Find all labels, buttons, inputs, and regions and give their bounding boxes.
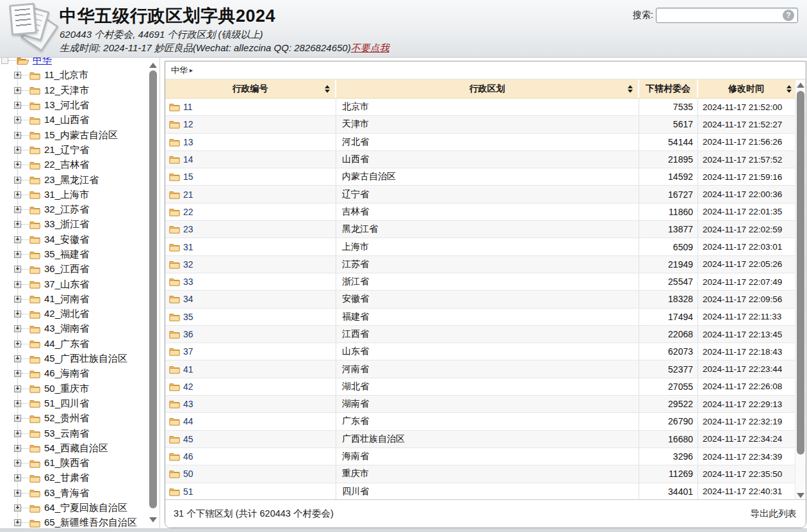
expand-plus-icon[interactable]: + (14, 400, 21, 407)
table-scrollbar-thumb[interactable] (797, 91, 804, 455)
collapse-icon[interactable] (1, 58, 8, 64)
sidebar-scrollbar-thumb[interactable] (149, 70, 157, 508)
scroll-up-icon[interactable] (149, 61, 157, 69)
table-row[interactable]: 41 河南省 52377 2024-11-17 22:23:44 (165, 360, 806, 378)
column-header-division[interactable]: 行政区划 (336, 79, 639, 98)
tree-item[interactable]: + 64_宁夏回族自治区 (0, 501, 149, 515)
table-row[interactable]: 23 黑龙江省 13877 2024-11-17 22:02:59 (165, 221, 806, 238)
expand-plus-icon[interactable]: + (14, 72, 21, 79)
expand-plus-icon[interactable]: + (14, 460, 21, 467)
expand-plus-icon[interactable]: + (14, 445, 21, 452)
expand-plus-icon[interactable]: + (14, 341, 21, 348)
table-row[interactable]: 46 海南省 3296 2024-11-17 22:34:39 (165, 448, 806, 465)
tree-item[interactable]: + 46_海南省 (0, 366, 149, 381)
scroll-down-icon[interactable] (149, 516, 157, 524)
table-row[interactable]: 22 吉林省 11860 2024-11-17 22:01:35 (165, 204, 806, 221)
tree-item[interactable]: + 31_上海市 (0, 188, 149, 202)
breadcrumb-root[interactable]: 中华 (171, 65, 188, 76)
tree-item[interactable]: + 62_甘肃省 (0, 471, 149, 485)
tree-item[interactable]: + 21_辽宁省 (0, 143, 149, 157)
expand-plus-icon[interactable]: + (14, 430, 21, 437)
expand-plus-icon[interactable]: + (14, 296, 21, 303)
table-row[interactable]: 11 北京市 7535 2024-11-17 21:52:00 (165, 99, 806, 116)
expand-plus-icon[interactable]: + (14, 191, 21, 198)
expand-plus-icon[interactable]: + (14, 221, 21, 228)
table-row[interactable]: 45 广西壮族自治区 16680 2024-11-17 22:34:24 (165, 431, 806, 448)
table-row[interactable]: 31 上海市 6509 2024-11-17 22:03:01 (165, 238, 806, 255)
expand-plus-icon[interactable]: + (14, 519, 21, 526)
table-row[interactable]: 13 河北省 54144 2024-11-17 21:56:26 (165, 134, 806, 151)
expand-plus-icon[interactable]: + (14, 147, 21, 154)
expand-plus-icon[interactable]: + (14, 251, 21, 258)
table-row[interactable]: 33 浙江省 25547 2024-11-17 22:07:49 (165, 273, 806, 291)
tree-item[interactable]: + 53_云南省 (0, 426, 149, 440)
expand-plus-icon[interactable]: + (14, 325, 21, 332)
expand-plus-icon[interactable]: + (14, 474, 21, 481)
tree-item[interactable]: + 33_浙江省 (0, 217, 149, 232)
tree-item[interactable]: + 15_内蒙古自治区 (0, 127, 149, 142)
tree-item[interactable]: + 43_湖南省 (0, 321, 149, 336)
sidebar-scrollbar[interactable] (149, 59, 158, 526)
expand-plus-icon[interactable]: + (14, 236, 21, 243)
tree-item[interactable]: + 22_吉林省 (0, 157, 149, 172)
tree-item[interactable]: + 61_陕西省 (0, 456, 149, 471)
table-scrollbar[interactable] (795, 80, 805, 501)
tree-item[interactable]: + 32_江苏省 (0, 202, 149, 217)
table-row[interactable]: 36 江西省 22068 2024-11-17 22:13:45 (165, 326, 806, 343)
expand-plus-icon[interactable]: + (14, 266, 21, 273)
tree-item[interactable]: + 36_江西省 (0, 262, 149, 277)
tree-item[interactable]: + 12_天津市 (0, 83, 149, 98)
tree-item[interactable]: + 35_福建省 (0, 247, 149, 262)
tree-item[interactable]: + 34_安徽省 (0, 232, 149, 247)
warning-link[interactable]: 不要点我 (351, 42, 389, 53)
expand-plus-icon[interactable]: + (14, 490, 21, 497)
expand-plus-icon[interactable]: + (14, 132, 21, 139)
help-icon[interactable]: ? (783, 10, 794, 21)
expand-plus-icon[interactable]: + (14, 161, 21, 168)
tree-item[interactable]: + 52_贵州省 (0, 411, 149, 426)
table-row[interactable]: 50 重庆市 11269 2024-11-17 22:35:50 (165, 465, 806, 483)
column-header-villages[interactable]: 下辖村委会 (639, 79, 698, 98)
table-row[interactable]: 42 湖北省 27055 2024-11-17 22:26:08 (165, 378, 806, 396)
tree-item[interactable]: + 11_北京市 (0, 68, 149, 83)
column-header-modified[interactable]: 修改时间 (698, 79, 794, 98)
table-row[interactable]: 51 四川省 34401 2024-11-17 22:40:31 (165, 483, 806, 501)
scroll-down-icon[interactable] (797, 492, 804, 499)
tree-item[interactable]: + 51_四川省 (0, 396, 149, 411)
table-row[interactable]: 35 福建省 17494 2024-11-17 22:11:33 (165, 309, 806, 326)
tree-item[interactable]: + 54_西藏自治区 (0, 441, 149, 456)
tree-item[interactable]: + 44_广东省 (0, 337, 149, 351)
tree-item[interactable]: + 23_黑龙江省 (0, 172, 149, 187)
expand-plus-icon[interactable]: + (14, 310, 21, 318)
expand-plus-icon[interactable]: + (14, 504, 21, 512)
tree-item[interactable]: + 14_山西省 (0, 113, 149, 127)
expand-plus-icon[interactable]: + (14, 385, 21, 392)
expand-plus-icon[interactable]: + (14, 206, 21, 213)
table-row[interactable]: 14 山西省 21895 2024-11-17 21:57:52 (165, 151, 806, 168)
expand-plus-icon[interactable]: + (14, 87, 21, 94)
export-list-link[interactable]: 导出此列表 (751, 508, 797, 520)
expand-plus-icon[interactable]: + (14, 415, 21, 422)
table-row[interactable]: 34 安徽省 18328 2024-11-17 22:09:56 (165, 291, 806, 308)
table-row[interactable]: 44 广东省 26790 2024-11-17 22:32:19 (165, 413, 806, 430)
tree-item[interactable]: + 41_河南省 (0, 292, 149, 307)
expand-plus-icon[interactable]: + (14, 281, 21, 288)
search-input[interactable] (656, 8, 798, 23)
tree-item[interactable]: + 65_新疆维吾尔自治区 (0, 515, 149, 528)
table-row[interactable]: 43 湖南省 29522 2024-11-17 22:29:13 (165, 396, 806, 413)
table-row[interactable]: 37 山东省 62073 2024-11-17 22:18:43 (165, 343, 806, 360)
tree-item[interactable]: + 42_湖北省 (0, 307, 149, 321)
column-header-code[interactable]: 行政编号 (165, 79, 336, 98)
expand-plus-icon[interactable]: + (14, 370, 21, 377)
table-row[interactable]: 21 辽宁省 16727 2024-11-17 22:00:36 (165, 186, 806, 203)
table-row[interactable]: 15 内蒙古自治区 14592 2024-11-17 21:59:16 (165, 168, 806, 186)
tree-item[interactable]: + 63_青海省 (0, 486, 149, 501)
tree-item[interactable]: + 45_广西壮族自治区 (0, 351, 149, 366)
expand-plus-icon[interactable]: + (14, 355, 21, 362)
tree-item[interactable]: + 37_山东省 (0, 277, 149, 291)
expand-plus-icon[interactable]: + (14, 102, 21, 109)
tree-item[interactable]: + 13_河北省 (0, 98, 149, 113)
table-row[interactable]: 32 江苏省 21949 2024-11-17 22:05:26 (165, 256, 806, 273)
table-row[interactable]: 12 天津市 5617 2024-11-17 21:52:27 (165, 116, 806, 133)
scroll-up-icon[interactable] (797, 81, 804, 89)
